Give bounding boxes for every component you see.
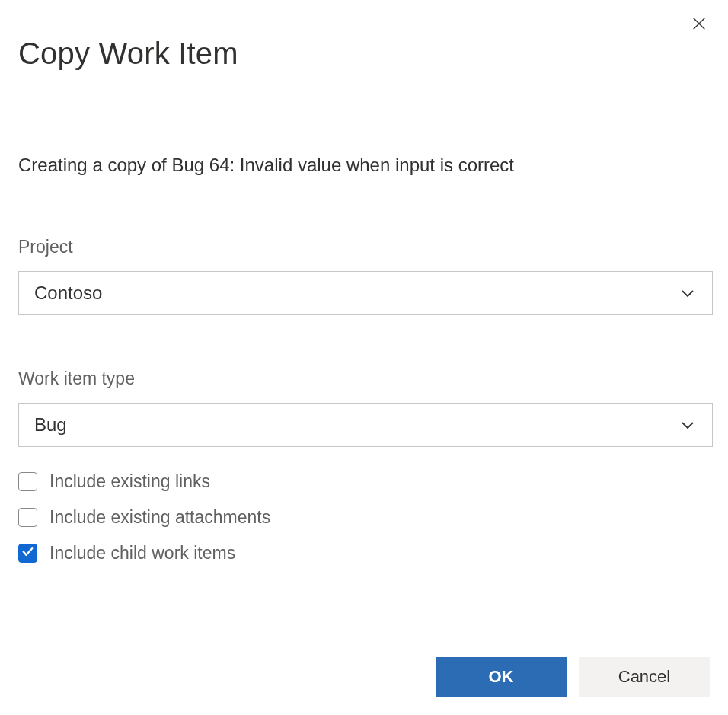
checkmark-icon xyxy=(21,545,34,561)
work-item-type-dropdown[interactable]: Bug xyxy=(18,403,713,447)
close-icon xyxy=(691,15,707,34)
dialog-subtitle: Creating a copy of Bug 64: Invalid value… xyxy=(18,155,710,176)
ok-button[interactable]: OK xyxy=(436,657,567,697)
chevron-down-icon xyxy=(679,284,697,302)
project-dropdown[interactable]: Contoso xyxy=(18,271,713,315)
include-links-checkbox[interactable] xyxy=(18,472,37,491)
work-item-type-field-group: Work item type Bug xyxy=(18,369,710,447)
checkbox-group: Include existing links Include existing … xyxy=(18,471,710,563)
include-children-label: Include child work items xyxy=(49,543,235,563)
include-children-checkbox[interactable] xyxy=(18,544,37,563)
include-links-label: Include existing links xyxy=(49,471,210,492)
project-field-group: Project Contoso xyxy=(18,237,710,315)
include-attachments-checkbox[interactable] xyxy=(18,508,37,527)
project-dropdown-value: Contoso xyxy=(34,282,102,304)
include-children-row: Include child work items xyxy=(18,543,710,563)
project-label: Project xyxy=(18,237,710,257)
work-item-type-dropdown-value: Bug xyxy=(34,414,67,436)
include-attachments-row: Include existing attachments xyxy=(18,507,710,528)
chevron-down-icon xyxy=(679,416,697,434)
close-button[interactable] xyxy=(687,12,711,37)
dialog-footer: OK Cancel xyxy=(436,657,710,697)
include-links-row: Include existing links xyxy=(18,471,710,492)
include-attachments-label: Include existing attachments xyxy=(49,507,270,528)
dialog-title: Copy Work Item xyxy=(18,37,710,71)
work-item-type-label: Work item type xyxy=(18,369,710,389)
cancel-button[interactable]: Cancel xyxy=(579,657,710,697)
